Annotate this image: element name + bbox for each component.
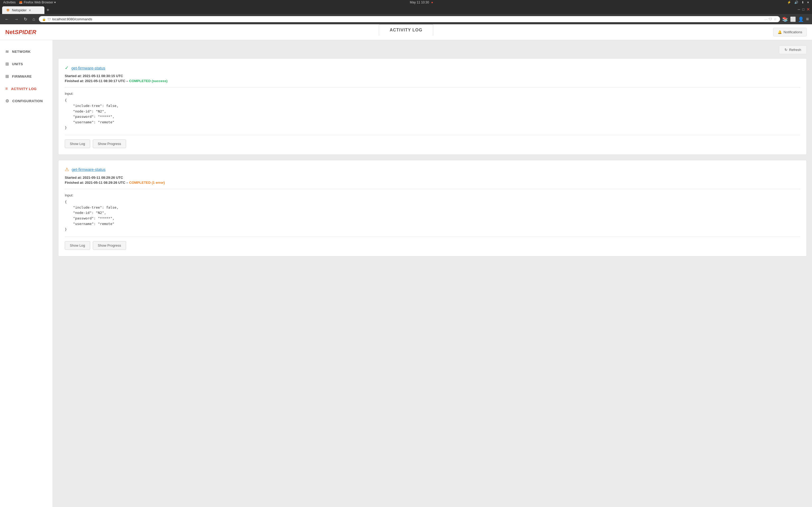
- sidebar-item-configuration[interactable]: ⚙ CONFIGURATION: [0, 95, 53, 107]
- header-right: 🔔 Notifications: [773, 28, 807, 37]
- datetime-label: May 11 10:30: [410, 1, 429, 4]
- browser-toolbar: ← → ↻ ⌂ 🔒 🛡 localhost:8080/commands ··· …: [0, 14, 812, 24]
- main-content: ↻ Refresh ✓ get-firmware-status Started …: [53, 40, 812, 507]
- card-finished-2: Finished at: 2021-05-11 08:29:26 UTC – C…: [65, 181, 800, 184]
- forward-button[interactable]: →: [13, 16, 20, 23]
- card-actions-1: Show Log Show Progress: [65, 139, 800, 148]
- finished-label-1: Finished at:: [65, 79, 84, 83]
- app-header: NetSPIDER ACTIVITY LOG 🔔 Notifications: [0, 24, 812, 40]
- card-started-2: Started at: 2021-05-11 08:29:26 UTC: [65, 176, 800, 180]
- browser-tab[interactable]: 🕷 Netspider ×: [2, 6, 44, 14]
- notifications-button[interactable]: 🔔 Notifications: [773, 28, 807, 37]
- finished-value-2: 2021-05-11 08:29:26 UTC –: [85, 181, 128, 184]
- sidebar-item-activity-log[interactable]: ≡ ACTIVITY LOG: [0, 82, 53, 95]
- url-text[interactable]: localhost:8080/commands: [52, 17, 763, 21]
- sidebar-item-firmware[interactable]: ⊞ FIRMWARE: [0, 70, 53, 82]
- divider-1b: [65, 135, 800, 135]
- card-title-1[interactable]: get-firmware-status: [71, 66, 105, 70]
- sidebar-item-units[interactable]: ⊞ UNITS: [0, 58, 53, 70]
- activity-card-1: ✓ get-firmware-status Started at: 2021-0…: [58, 58, 807, 155]
- browser-toolbar-right: 📚 ⬜ 👤 ≡: [782, 16, 809, 22]
- show-progress-button-1[interactable]: Show Progress: [93, 139, 126, 148]
- status-text-2: COMPLETED (1 error): [129, 181, 165, 184]
- success-icon: ✓: [65, 65, 69, 71]
- divider-2a: [65, 189, 800, 189]
- logo-spider: SPIDER: [14, 29, 36, 36]
- warning-icon: ⚠: [65, 167, 69, 172]
- show-log-button-1[interactable]: Show Log: [65, 139, 90, 148]
- card-finished-1: Finished at: 2021-05-11 08:30:17 UTC – C…: [65, 79, 800, 83]
- toolbar-row: ↻ Refresh: [58, 45, 807, 54]
- back-button[interactable]: ←: [3, 16, 11, 23]
- extensions-icon[interactable]: ≡: [806, 16, 809, 22]
- url-shield-icon: 🛡: [48, 17, 51, 21]
- show-log-button-2[interactable]: Show Log: [65, 241, 90, 250]
- sidebar-label-configuration: CONFIGURATION: [12, 99, 43, 103]
- started-value-2: 2021-05-11 08:29:26 UTC: [83, 176, 123, 180]
- refresh-icon: ↻: [784, 48, 788, 52]
- new-tab-button[interactable]: +: [44, 6, 52, 14]
- logo-net: Net: [5, 29, 14, 36]
- units-icon: ⊞: [5, 61, 9, 66]
- finished-label-2: Finished at:: [65, 181, 84, 184]
- os-bar: Activities 🦊 Firefox Web Browser ▾ May 1…: [0, 0, 812, 5]
- browser-label: 🦊 Firefox Web Browser ▾: [19, 1, 56, 4]
- code-block-2: { "include-tree": false, "node-id": "N2"…: [65, 200, 800, 232]
- maximize-button[interactable]: □: [802, 7, 804, 11]
- finished-value-1: 2021-05-11 08:30:17 UTC –: [85, 79, 128, 83]
- url-menu[interactable]: ···: [764, 17, 767, 21]
- bookmark-icon[interactable]: ☆: [774, 17, 777, 21]
- recording-dot: ●: [431, 1, 433, 4]
- profile-icon[interactable]: 👤: [798, 16, 804, 22]
- sidebar-toggle-icon[interactable]: ⬜: [790, 16, 796, 22]
- input-label-2: Input:: [65, 193, 800, 197]
- sidebar: ≋ NETWORK ⊞ UNITS ⊞ FIRMWARE ≡ ACTIVITY …: [0, 40, 53, 507]
- show-progress-button-2[interactable]: Show Progress: [93, 241, 126, 250]
- activities-label[interactable]: Activities: [3, 1, 15, 4]
- tab-favicon: 🕷: [6, 8, 10, 12]
- card-actions-2: Show Log Show Progress: [65, 241, 800, 250]
- firmware-icon: ⊞: [5, 74, 9, 79]
- reload-button[interactable]: ↻: [22, 15, 29, 23]
- input-label-1: Input:: [65, 92, 800, 96]
- sidebar-label-firmware: FIRMWARE: [12, 74, 32, 78]
- notifications-label: Notifications: [783, 30, 802, 34]
- card-header-1: ✓ get-firmware-status: [65, 65, 800, 71]
- browser-tab-bar: 🕷 Netspider × + ─ □ ✕: [0, 5, 812, 14]
- started-label-1: Started at:: [65, 74, 82, 78]
- card-title-2[interactable]: get-firmware-status: [71, 167, 105, 172]
- sidebar-label-units: UNITS: [12, 62, 23, 66]
- window-controls: ─ □ ✕: [798, 7, 810, 13]
- card-started-1: Started at: 2021-05-11 08:30:15 UTC: [65, 74, 800, 78]
- activity-log-icon: ≡: [5, 87, 8, 91]
- tab-title: Netspider: [12, 8, 27, 12]
- bookmarks-icon[interactable]: 📚: [782, 16, 788, 22]
- close-window-button[interactable]: ✕: [806, 7, 810, 12]
- page-title: ACTIVITY LOG: [379, 24, 433, 36]
- refresh-button[interactable]: ↻ Refresh: [779, 45, 807, 54]
- code-block-1: { "include-tree": false, "node-id": "N2"…: [65, 98, 800, 131]
- tab-close-button[interactable]: ×: [29, 8, 31, 12]
- minimize-button[interactable]: ─: [798, 7, 800, 11]
- divider-1a: [65, 87, 800, 88]
- sidebar-label-activity-log: ACTIVITY LOG: [11, 87, 37, 91]
- started-value-1: 2021-05-11 08:30:15 UTC: [83, 74, 123, 78]
- card-header-2: ⚠ get-firmware-status: [65, 167, 800, 172]
- os-tray: ⚡🔊⬇▾: [787, 1, 809, 4]
- sidebar-label-network: NETWORK: [12, 50, 31, 54]
- network-icon: ≋: [5, 49, 9, 54]
- url-bar[interactable]: 🔒 🛡 localhost:8080/commands ··· 🛡 ☆: [39, 16, 780, 22]
- activity-card-2: ⚠ get-firmware-status Started at: 2021-0…: [58, 160, 807, 257]
- bell-icon: 🔔: [778, 30, 782, 34]
- refresh-label: Refresh: [789, 48, 801, 52]
- home-button[interactable]: ⌂: [31, 16, 37, 23]
- lock-icon: 🔒: [42, 17, 46, 21]
- app-body: ≋ NETWORK ⊞ UNITS ⊞ FIRMWARE ≡ ACTIVITY …: [0, 40, 812, 507]
- shield-icon: 🛡: [769, 17, 772, 21]
- configuration-icon: ⚙: [5, 99, 9, 104]
- sidebar-item-network[interactable]: ≋ NETWORK: [0, 45, 53, 58]
- app-logo: NetSPIDER: [5, 29, 36, 36]
- started-label-2: Started at:: [65, 176, 82, 180]
- status-text-1: COMPLETED (success): [129, 79, 167, 83]
